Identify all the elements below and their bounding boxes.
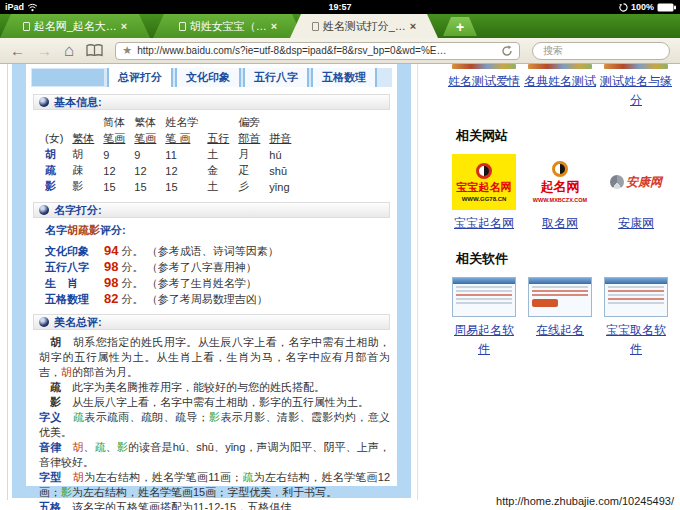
software-screenshot[interactable] xyxy=(604,277,668,317)
close-tab-icon[interactable]: × xyxy=(271,20,277,32)
thumbnail-sliver xyxy=(528,64,592,69)
summary-paragraph: 胡 胡系您指定的姓氏用字。从生辰八字上看，名字中需有土相助，胡字的五行属性为土。… xyxy=(39,335,390,380)
score-value: 98 xyxy=(104,259,118,274)
score-value: 82 xyxy=(104,291,118,306)
browser-tab-title: 姓名测试打分_… xyxy=(323,19,406,34)
link-quming-wang[interactable]: 取名网 xyxy=(524,214,596,233)
page-content: 总评打分 文化印象 五行八字 五格数理 基本信息: 简体 繁体 姓名学 xyxy=(0,64,680,510)
page-border-line xyxy=(7,64,8,500)
summary-paragraph: 字型 胡为左右结构，姓名学笔画11画；疏为左右结构，姓名学笔画12画；影为左右结… xyxy=(39,470,390,500)
thumbnail-sliver xyxy=(604,64,668,69)
section-header-name-score: 名字打分: xyxy=(33,202,390,218)
result-tab-strip: 总评打分 文化印象 五行八字 五格数理 xyxy=(31,68,392,87)
taiji-icon xyxy=(476,163,492,179)
logo-qiming-wang[interactable]: 起名网 WWW.MXBCZX.COM xyxy=(524,154,596,210)
swirl-icon xyxy=(610,175,624,189)
thumbnail-sliver xyxy=(452,64,516,69)
col-header: 拼音 xyxy=(269,131,300,147)
score-intro: 名字胡疏影评分: xyxy=(45,223,392,238)
globe-icon xyxy=(39,97,49,107)
score-value: 94 xyxy=(104,243,118,258)
link-baobao-qiming[interactable]: 宝宝起名网 xyxy=(448,214,520,233)
sidebar: 姓名测试爱情 名典姓名测试 测试姓名与缘分 相关网站 宝宝起名网 WWW.GG7… xyxy=(448,64,674,359)
related-sites-title: 相关网站 xyxy=(456,127,674,145)
related-software-title: 相关软件 xyxy=(456,250,674,268)
col-header: 笔 画 xyxy=(165,131,207,147)
col-header: 部首 xyxy=(238,131,269,147)
score-value: 98 xyxy=(104,275,118,290)
score-row-culture: 文化印象 94 分。 （参考成语、诗词等因素） xyxy=(45,243,392,259)
group-header: 姓名学 xyxy=(165,115,207,131)
tab-wuxing-bazi[interactable]: 五行八字 xyxy=(243,68,309,87)
url-text: http://www.baidu.com/s?ie=utf-8&dsp=ipad… xyxy=(137,45,496,56)
taiji-icon xyxy=(552,161,568,177)
related-sites-logos: 宝宝起名网 WWW.GG78.CN 起名网 WWW.MXBCZX.COM 安康网 xyxy=(448,154,674,210)
col-header: 笔画 xyxy=(134,131,165,147)
clock: 19:57 xyxy=(0,2,680,12)
search-input[interactable]: 搜索 xyxy=(532,42,670,60)
software-screenshot[interactable] xyxy=(452,277,516,317)
browser-toolbar: ← → ⌂ ★ http://www.baidu.com/s?ie=utf-8&… xyxy=(0,38,680,64)
browser-tab-title: 起名网_起名大… xyxy=(34,19,117,34)
score-row-bazi: 五行八字 98 分。 （参考了八字喜用神） xyxy=(45,259,392,275)
software-screenshot[interactable] xyxy=(528,277,592,317)
summary-paragraph: 五格 该名字的五格笔画搭配为11-12-15，五格俱佳。 xyxy=(39,500,390,510)
logo-ankang-wang[interactable]: 安康网 xyxy=(600,154,672,210)
basic-info-table: 简体 繁体 姓名学 偏旁 (女) 繁体 笔画 笔画 笔 画 五行 xyxy=(45,115,300,195)
section-title: 美名总评: xyxy=(54,315,102,330)
group-header: 偏旁 xyxy=(238,115,269,131)
browser-tab-3-active[interactable]: 姓名测试打分_… × xyxy=(290,14,438,38)
col-header: (女) xyxy=(45,131,72,147)
screen: iPad 19:57 100% 起名网_起名大… × xyxy=(0,0,680,510)
score-row-wuge: 五格数理 82 分。 （参了考周易数理吉凶） xyxy=(45,291,392,307)
link-baobao-software[interactable]: 宝宝取名软件 xyxy=(600,321,672,359)
table-group-header-row: 简体 繁体 姓名学 偏旁 xyxy=(45,115,300,131)
section-title: 名字打分: xyxy=(54,203,102,218)
link-online-qiming[interactable]: 在线起名 xyxy=(524,321,596,359)
link-mingdian-test[interactable]: 名典姓名测试 xyxy=(524,72,596,110)
table-row: 影 影 15 15 15 土 彡 yǐng xyxy=(45,179,300,195)
browser-tab-1[interactable]: 起名网_起名大… × xyxy=(0,14,150,38)
browser-tab-title: 胡姓女宝宝（… xyxy=(190,19,267,34)
watermark-url: http://home.zhubajie.com/10245493/ xyxy=(496,495,674,507)
section-header-basic-info: 基本信息: xyxy=(33,94,390,110)
home-icon[interactable]: ⌂ xyxy=(64,42,74,59)
link-ankang-wang[interactable]: 安康网 xyxy=(600,214,672,233)
summary-paragraph: 影 从生辰八字上看，名字中需有土相助，影字的五行属性为土。 xyxy=(39,395,390,410)
section-title: 基本信息: xyxy=(54,95,102,110)
name-char-link[interactable]: 胡 xyxy=(45,147,72,163)
address-bar[interactable]: ★ http://www.baidu.com/s?ie=utf-8&dsp=ip… xyxy=(115,42,520,60)
section-header-summary: 美名总评: xyxy=(33,314,390,330)
summary-paragraph: 字义 疏表示疏雨、疏朗、疏导；影表示月影、清影、霞影灼灼，意义优美。 xyxy=(39,410,390,440)
new-tab-button[interactable]: + xyxy=(443,17,477,36)
tab-overall-score[interactable]: 总评打分 xyxy=(107,68,173,87)
reload-icon[interactable] xyxy=(501,45,513,57)
browser-tab-2[interactable]: 胡姓女宝宝（… × xyxy=(153,14,303,38)
tab-strip-filler xyxy=(32,69,104,86)
table-row: 疏 疎 12 12 12 金 疋 shū xyxy=(45,163,300,179)
back-icon[interactable]: ← xyxy=(10,43,25,58)
close-tab-icon[interactable]: × xyxy=(121,20,127,32)
tab-culture-impression[interactable]: 文化印象 xyxy=(175,68,241,87)
status-bar: iPad 19:57 100% xyxy=(0,0,680,14)
table-header-row: (女) 繁体 笔画 笔画 笔 画 五行 部首 拼音 xyxy=(45,131,300,147)
table-row: 胡 胡 9 9 11 土 月 hú xyxy=(45,147,300,163)
globe-icon xyxy=(39,317,49,327)
browser-tab-bar: 起名网_起名大… × 胡姓女宝宝（… × 姓名测试打分_… × + xyxy=(0,14,680,38)
summary-paragraph: 音律 胡、疏、影的读音是hú、shū、yǐng，声调为阳平、阴平、上声，音律较好… xyxy=(39,440,390,470)
name-char-link[interactable]: 疏 xyxy=(45,163,72,179)
bookmarks-icon[interactable] xyxy=(86,44,103,57)
tab-wuge-shuli[interactable]: 五格数理 xyxy=(311,68,377,87)
link-name-test-love[interactable]: 姓名测试爱情 xyxy=(448,72,520,110)
bookmark-star-icon[interactable]: ★ xyxy=(122,44,132,57)
close-tab-icon[interactable]: × xyxy=(410,20,416,32)
result-panel: 总评打分 文化印象 五行八字 五格数理 基本信息: 简体 繁体 姓名学 xyxy=(12,64,411,498)
link-zhouyi-software[interactable]: 周易起名软件 xyxy=(448,321,520,359)
forward-icon[interactable]: → xyxy=(37,43,52,58)
col-header: 繁体 xyxy=(72,131,103,147)
link-name-fate-test[interactable]: 测试姓名与缘分 xyxy=(600,72,672,110)
group-header: 简体 xyxy=(103,115,134,131)
page-icon xyxy=(179,22,186,31)
name-char-link[interactable]: 影 xyxy=(45,179,72,195)
logo-baobao-qiming[interactable]: 宝宝起名网 WWW.GG78.CN xyxy=(448,154,520,210)
